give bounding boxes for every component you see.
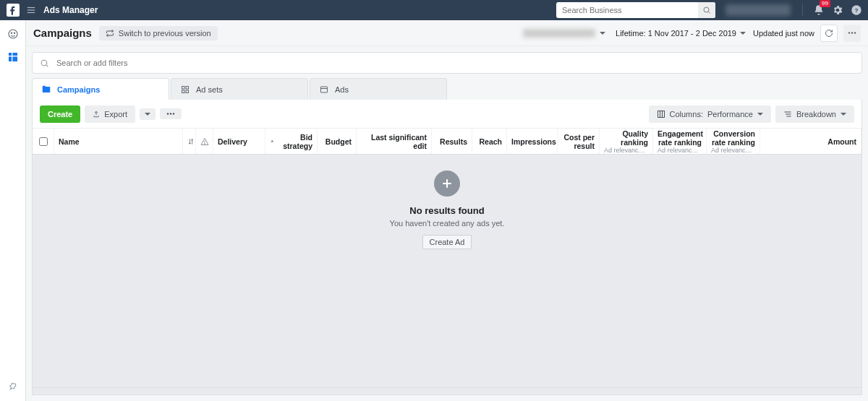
facebook-logo[interactable]	[6, 3, 20, 17]
folder-icon	[41, 85, 51, 95]
svg-point-18	[41, 60, 47, 66]
help-icon[interactable]: ?	[851, 4, 862, 16]
notifications-icon[interactable]: 99	[813, 4, 825, 16]
chevron-down-icon	[145, 113, 150, 116]
col-amount[interactable]: Amount	[760, 129, 861, 154]
svg-point-36	[205, 143, 205, 144]
empty-subtitle: You haven't created any ads yet.	[390, 219, 505, 228]
refresh-button[interactable]	[820, 25, 838, 42]
svg-point-15	[848, 32, 850, 33]
svg-point-17	[854, 32, 856, 33]
columns-prefix: Columns:	[670, 110, 703, 118]
notification-badge: 99	[820, 0, 830, 7]
col-errors[interactable]	[196, 129, 213, 154]
col-impressions[interactable]: Impressions	[507, 129, 558, 154]
chevron-down-icon	[757, 113, 763, 116]
svg-line-19	[46, 65, 48, 66]
col-engagement-ranking[interactable]: Engagement rate ranking Ad relevance dia…	[653, 129, 707, 154]
col-results[interactable]: Results	[432, 129, 472, 154]
svg-rect-21	[186, 86, 189, 89]
svg-point-9	[11, 33, 12, 33]
svg-rect-20	[182, 86, 185, 89]
tab-adsets[interactable]: Ad sets	[171, 78, 308, 100]
rail-ads-manager-icon[interactable]	[7, 51, 20, 64]
col-conversion-ranking[interactable]: Conversion rate ranking Ad relevance dia…	[707, 129, 760, 154]
columns-icon	[657, 110, 665, 118]
svg-point-10	[14, 33, 14, 33]
window-icon	[319, 85, 329, 95]
col-quality-ranking[interactable]: Quality ranking Ad relevance dia...	[600, 129, 653, 154]
svg-point-4	[704, 7, 709, 12]
svg-rect-11	[9, 53, 12, 56]
col-budget[interactable]: Budget	[318, 129, 357, 154]
settings-gear-icon[interactable]	[832, 4, 843, 16]
export-dropdown-button[interactable]	[140, 108, 156, 120]
filter-input[interactable]	[56, 59, 854, 67]
ellipsis-icon	[166, 113, 175, 115]
rail-overview-icon[interactable]	[7, 27, 20, 40]
account-picker[interactable]	[523, 29, 605, 38]
chevron-down-icon	[841, 113, 846, 116]
table-header: Name Delivery Bid strategy Budget Last s…	[33, 129, 861, 155]
col-last-edit[interactable]: Last significant edit	[357, 129, 432, 154]
tab-label: Campaigns	[57, 85, 100, 94]
svg-rect-29	[658, 111, 664, 117]
breakdown-picker[interactable]: Breakdown	[775, 105, 854, 123]
panel-toolbar: Create Export Columns: Performance	[33, 100, 861, 129]
more-actions-button[interactable]	[160, 108, 182, 119]
tab-ads[interactable]: Ads	[310, 78, 447, 100]
left-rail	[0, 20, 26, 401]
global-search-input[interactable]	[556, 6, 698, 14]
col-cost-per-result[interactable]: Cost per result	[558, 129, 600, 154]
app-title: Ads Manager	[43, 5, 98, 15]
svg-point-27	[170, 113, 171, 114]
svg-point-28	[173, 113, 174, 114]
export-icon	[93, 111, 100, 118]
svg-rect-14	[12, 56, 17, 61]
search-icon	[40, 59, 49, 68]
more-menu-button[interactable]	[843, 25, 861, 42]
level-tabs: Campaigns Ad sets Ads	[32, 78, 862, 100]
tab-label: Ads	[335, 85, 349, 94]
col-bid-strategy[interactable]: Bid strategy	[265, 129, 318, 154]
svg-rect-24	[321, 87, 328, 92]
menu-icon[interactable]	[26, 5, 36, 15]
pin-icon[interactable]	[7, 381, 20, 394]
col-delivery[interactable]: Delivery	[213, 129, 265, 154]
svg-point-16	[851, 32, 853, 33]
tab-campaigns[interactable]: Campaigns	[32, 78, 169, 100]
empty-title: No results found	[409, 205, 484, 216]
create-ad-button[interactable]: Create Ad	[422, 235, 472, 249]
plus-circle-icon	[434, 171, 460, 197]
tab-label: Ad sets	[196, 85, 223, 94]
svg-point-8	[9, 30, 17, 38]
filter-bar[interactable]	[32, 52, 862, 74]
columns-picker[interactable]: Columns: Performance	[649, 105, 771, 123]
page-header: Campaigns Switch to previous version Lif…	[26, 20, 868, 46]
account-name-redacted-2	[523, 29, 595, 38]
col-reach[interactable]: Reach	[472, 129, 507, 154]
svg-rect-22	[182, 90, 185, 93]
create-button[interactable]: Create	[40, 105, 80, 123]
select-all-checkbox[interactable]	[33, 129, 54, 154]
global-topbar: Ads Manager 99 ?	[0, 0, 868, 20]
sort-icon[interactable]	[183, 129, 196, 154]
col-name[interactable]: Name	[54, 129, 183, 154]
account-name-redacted[interactable]	[726, 4, 791, 16]
switch-icon	[106, 29, 114, 38]
svg-rect-13	[9, 56, 12, 61]
global-search[interactable]	[556, 2, 715, 18]
columns-value: Performance	[707, 110, 753, 118]
grid-icon	[180, 85, 190, 95]
svg-line-5	[708, 12, 710, 13]
chevron-down-icon	[740, 32, 746, 35]
svg-rect-23	[186, 90, 189, 93]
horizontal-scrollbar[interactable]	[33, 387, 861, 394]
search-icon[interactable]	[698, 2, 715, 18]
date-range-picker[interactable]: Lifetime: 1 Nov 2017 - 2 Dec 2019	[616, 29, 746, 38]
svg-rect-12	[12, 53, 17, 56]
switch-version-button[interactable]: Switch to previous version	[99, 26, 218, 40]
export-button[interactable]: Export	[85, 105, 135, 123]
updated-status: Updated just now	[753, 25, 861, 42]
svg-text:?: ?	[855, 7, 859, 14]
